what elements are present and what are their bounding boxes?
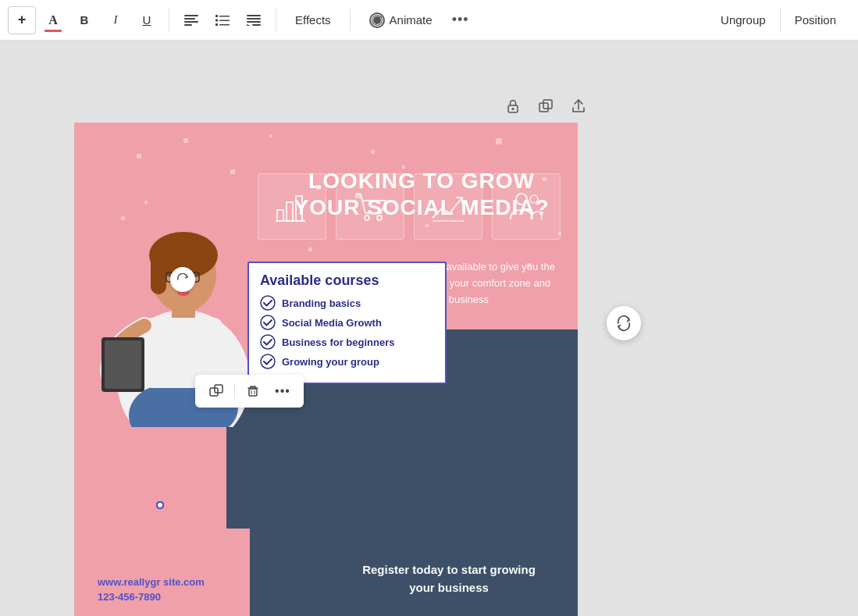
check-icon-4 — [260, 354, 276, 369]
align-icon — [184, 15, 198, 26]
indent-icon — [247, 15, 261, 26]
refresh-ai-icon — [615, 315, 632, 332]
register-line1: Register today to start growing — [362, 563, 536, 576]
svg-rect-6 — [215, 19, 218, 21]
divider-3 — [350, 9, 351, 32]
svg-point-16 — [374, 17, 379, 22]
animate-label: Animate — [390, 13, 433, 27]
svg-point-45 — [261, 315, 275, 329]
design-card: LOOKING TO GROW YOUR SOCIAL MEDIA? Brand… — [74, 123, 578, 616]
lock-icon — [504, 98, 522, 115]
context-delete-icon — [246, 384, 260, 398]
svg-rect-1 — [184, 18, 195, 20]
context-toolbar: ••• — [195, 375, 304, 408]
context-duplicate-btn[interactable] — [205, 379, 228, 403]
context-more-btn[interactable]: ••• — [271, 379, 294, 403]
align-button[interactable] — [177, 6, 205, 34]
position-button[interactable]: Position — [781, 6, 850, 34]
svg-rect-14 — [252, 24, 261, 26]
svg-rect-48 — [210, 388, 218, 396]
ungroup-button[interactable]: Ungroup — [707, 6, 780, 34]
effects-button[interactable]: Effects — [284, 6, 342, 34]
person-refresh-button[interactable] — [170, 267, 195, 292]
indent-button[interactable] — [240, 6, 268, 34]
course-item-2: Social Media Growth — [260, 315, 434, 330]
divider-2 — [276, 9, 276, 32]
ctx-divider — [234, 383, 235, 399]
font-color-button[interactable]: A — [39, 6, 67, 34]
person-refresh-icon — [176, 273, 189, 286]
svg-rect-12 — [247, 21, 261, 23]
svg-rect-7 — [219, 20, 230, 21]
more-options-button[interactable]: ••• — [447, 6, 475, 34]
context-delete-btn[interactable] — [241, 379, 265, 403]
course-list-box[interactable]: Available courses Branding basics Social… — [247, 262, 447, 384]
svg-rect-49 — [215, 385, 223, 393]
main-heading: LOOKING TO GROW YOUR SOCIAL MEDIA? — [281, 168, 562, 220]
course-item-3: Business for beginners — [260, 334, 434, 350]
lock-icon-btn[interactable] — [500, 94, 525, 119]
register-text-area: Register today to start growing your bus… — [336, 561, 562, 596]
svg-point-18 — [512, 108, 514, 110]
duplicate-icon-btn[interactable] — [533, 94, 558, 119]
svg-rect-10 — [247, 15, 261, 16]
share-icon-btn[interactable] — [566, 94, 591, 119]
contact-info: www.reallygr site.com 123-456-7890 — [98, 576, 205, 603]
list-button[interactable] — [208, 6, 237, 34]
course-item-4: Growing your group — [260, 354, 434, 369]
font-color-underline — [45, 30, 62, 32]
check-icon-2 — [260, 315, 276, 330]
svg-rect-8 — [215, 23, 218, 26]
course-item-1: Branding basics — [260, 295, 434, 311]
canvas-area: LOOKING TO GROW YOUR SOCIAL MEDIA? Brand… — [0, 41, 858, 616]
italic-button[interactable]: I — [101, 6, 130, 34]
toolbar-right: Ungroup Position — [707, 6, 850, 34]
register-line2: your business — [409, 581, 489, 594]
effects-label: Effects — [295, 13, 331, 27]
animate-icon — [369, 12, 385, 28]
svg-point-47 — [261, 354, 275, 369]
animate-button[interactable]: Animate — [358, 6, 443, 34]
svg-point-46 — [261, 335, 275, 349]
svg-rect-3 — [184, 24, 192, 26]
check-icon-3 — [260, 334, 276, 350]
svg-rect-37 — [151, 255, 166, 294]
phone-text: 123-456-7890 — [98, 591, 205, 603]
handle-bot-right — [156, 501, 164, 509]
main-toolbar: + A B I U — [0, 0, 858, 41]
list-icon — [215, 15, 230, 26]
context-duplicate-icon — [209, 384, 223, 398]
check-icon-1 — [260, 295, 276, 311]
svg-rect-4 — [215, 15, 218, 17]
svg-point-44 — [261, 296, 275, 310]
svg-rect-9 — [219, 24, 230, 26]
divider-1 — [169, 9, 169, 32]
course-box-title: Available courses — [260, 272, 434, 289]
svg-rect-5 — [219, 16, 230, 17]
svg-rect-0 — [184, 15, 198, 16]
svg-marker-13 — [247, 24, 251, 26]
ai-refresh-button[interactable] — [607, 306, 641, 340]
canvas-top-icons — [500, 94, 591, 119]
svg-rect-42 — [105, 340, 141, 389]
more-label: ••• — [452, 12, 469, 28]
bold-button[interactable]: B — [70, 6, 98, 34]
animate-svg-icon — [371, 12, 383, 28]
add-button[interactable]: + — [8, 6, 36, 34]
ctx-more-dots: ••• — [275, 384, 290, 398]
underline-button[interactable]: U — [133, 6, 161, 34]
svg-rect-11 — [247, 18, 261, 20]
svg-rect-50 — [249, 389, 257, 396]
share-icon — [570, 98, 587, 115]
svg-rect-2 — [184, 21, 198, 23]
website-text: www.reallygr site.com — [98, 576, 205, 588]
duplicate-icon — [537, 98, 554, 115]
font-color-label: A — [48, 13, 58, 27]
